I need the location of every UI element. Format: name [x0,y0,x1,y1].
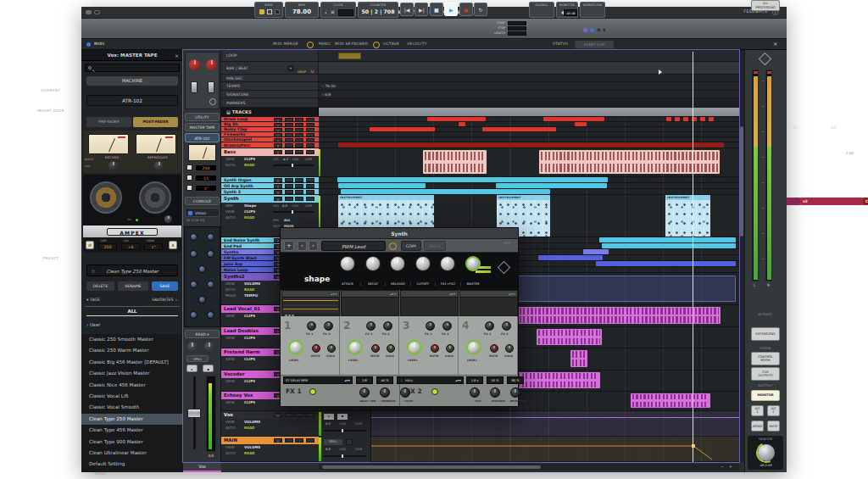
fx-value-display[interactable]: 40 % [376,376,393,384]
voice-level-knob[interactable] [348,340,363,355]
voice-fx2-knob[interactable] [324,321,333,331]
loop-region[interactable] [338,53,361,59]
monitor-level-knob[interactable] [758,444,775,461]
loop-button[interactable]: ↻ [474,3,487,16]
clip[interactable] [337,177,608,182]
layer-column-header[interactable]: ▴▾≡ [460,291,517,298]
tempo-value[interactable]: › 78.00 [322,84,336,88]
mute-button[interactable] [306,413,314,417]
layer-header-icons[interactable]: ▴▾≡ [449,292,456,296]
strip-knob[interactable] [207,233,214,241]
strip-knob[interactable] [198,265,206,273]
loop-lane[interactable] [319,50,739,62]
strip-knob[interactable] [190,281,198,288]
record-knob[interactable] [108,161,118,170]
solo-button[interactable] [295,178,303,182]
sub-value[interactable]: READ [244,425,255,431]
preset-item[interactable]: Clean Type 456 Master [81,425,183,436]
skip-back-button[interactable]: |◀ [400,3,414,16]
master-extension-panel[interactable]: ▸▪0.0100L100R [319,411,371,437]
record-arm-button[interactable] [274,150,282,154]
track-header-synth-3[interactable]: Synth 3 [221,189,319,195]
preset-item[interactable]: Classic Vocal Smooth [81,402,183,413]
solo-button[interactable]: ▸ [324,414,334,420]
voice-fx1-knob[interactable] [426,321,435,331]
markers-lane[interactable]: Topv1C1v2C2Outro [319,98,739,108]
mute-output-button[interactable]: MUTE [767,421,780,432]
track-lane-synth-3[interactable] [319,189,739,195]
pan-right-knob[interactable] [204,342,214,352]
fx1-preset-select[interactable]: ST DELAY BPM▴▾≡ [283,376,353,384]
workflow-section[interactable]: WORKFLOW [580,2,605,18]
volume-slider-thumb[interactable] [341,428,344,433]
record-arm-button[interactable] [274,133,282,137]
sub-value[interactable]: VOLUME [244,281,260,287]
volume-slider[interactable] [324,430,366,432]
preset-item[interactable]: Classic Jazz Vision Master [81,368,183,379]
mute-button[interactable] [306,118,314,122]
sub-value[interactable]: CLIPS [244,399,255,405]
console-button[interactable]: CONSOLE [185,197,220,205]
clip[interactable] [599,237,736,242]
mono-button[interactable]: MONO [751,421,764,432]
alt1-button[interactable]: ALT 1 [751,405,764,416]
bar-ruler[interactable]: 16111621263136414651 [319,62,739,75]
input-button[interactable] [285,118,293,122]
post-fader-button[interactable]: POST-FADER [133,117,178,127]
favorite-star-icon[interactable]: ☆ [91,268,95,274]
volume-value[interactable]: 0.0 [326,422,331,426]
signature-value[interactable]: › 6/8 [322,92,331,97]
macro-knob-decay[interactable] [365,256,381,271]
record-button[interactable]: ● [459,3,473,16]
sub-value[interactable]: CLIPS [244,335,255,341]
solo-button[interactable] [295,133,303,137]
fx2-enable-led[interactable] [431,388,438,395]
record-arm-button[interactable] [274,123,282,127]
record-arm-button[interactable] [274,438,282,443]
fx-value-display[interactable]: 1/8 [356,376,373,384]
solo-button[interactable] [295,197,303,201]
fx-value-display[interactable]: 80 % [507,376,524,384]
cal-value[interactable]: +6 [121,243,140,250]
layer-header-icons[interactable]: ▴▾≡ [509,292,515,296]
clip[interactable] [666,117,671,121]
tag-all-tab[interactable]: ALL [86,309,178,316]
track-header-vox[interactable]: VoxVIEWVOLUMEAUTOREAD [221,411,319,437]
bar-beat-row-label[interactable]: BAR | BEAT ▾ SNAP ∪ [221,62,319,75]
macro-knob-master[interactable] [465,256,481,271]
input-button[interactable] [285,123,293,127]
speed-knob[interactable] [164,215,172,223]
volume-value[interactable]: -4.2 [282,158,288,161]
signature-lane[interactable]: › 6/8 [319,91,739,98]
fx-knob-distance[interactable] [490,387,500,398]
clip[interactable] [338,142,724,148]
tempo-row-label[interactable]: TEMPO [221,82,319,91]
preset-item[interactable]: Default Setting [81,459,183,470]
macro-knob-release[interactable] [390,256,405,271]
alt2-button[interactable]: ALT 2 [767,405,780,416]
machine-select[interactable]: ATR-102 [86,95,178,106]
layer-header-icons[interactable]: ▴▾≡ [390,292,397,296]
preset-item[interactable]: Classic Vocal Lift [81,391,183,402]
strip-knob[interactable] [198,296,206,304]
voice-level-knob[interactable] [466,340,481,355]
voice-mute-knob[interactable] [431,344,439,353]
clip[interactable] [583,249,609,254]
clip[interactable] [602,243,736,248]
solo-button[interactable] [295,150,303,154]
workflow-mode-icon[interactable] [597,28,601,32]
mute-button[interactable] [306,178,314,182]
mute-button[interactable] [306,138,314,142]
insert-slot[interactable]: Vision [185,208,220,217]
track-lane-bass[interactable] [319,148,739,177]
strip-knob[interactable] [190,250,198,258]
bpm-section[interactable]: BPM 78.00 [285,2,319,18]
counter-value[interactable]: 50 | 2 | 708 [359,8,398,14]
strip-knob[interactable] [207,311,214,319]
voice-level-knob[interactable] [288,340,303,355]
sub-value[interactable]: READ [244,287,255,292]
power-icon[interactable] [389,242,397,250]
clip[interactable] [543,117,604,121]
voice-solo-knob[interactable] [327,344,336,353]
track-lane-drumsxperc[interactable] [319,142,739,148]
